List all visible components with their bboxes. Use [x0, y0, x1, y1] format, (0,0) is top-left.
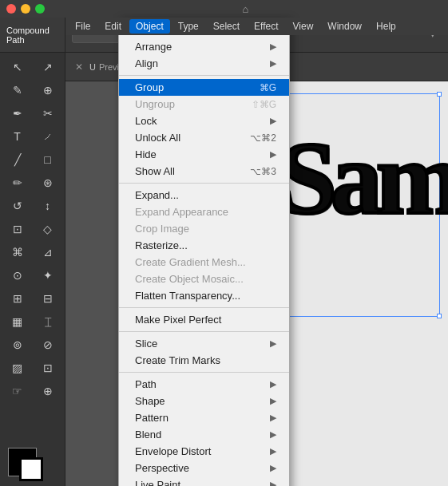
- menu-item-unlock-all[interactable]: Unlock All ⌥⌘2: [119, 129, 289, 146]
- menu-file[interactable]: File: [69, 19, 97, 34]
- submenu-arrow-envelope-distort: ▶: [270, 446, 276, 456]
- object-dropdown-menu: Transform ▶ Arrange ▶ Align ▶ Group ⌘G U…: [118, 18, 290, 486]
- separator-1: [119, 75, 289, 76]
- submenu-arrow-slice: ▶: [270, 338, 276, 349]
- menu-item-perspective[interactable]: Perspective ▶: [119, 460, 289, 476]
- app-menu-bar: File Edit Object Type Select Effect View…: [65, 18, 448, 35]
- menu-item-create-gradient-mesh: Create Gradient Mesh...: [119, 254, 289, 271]
- menu-item-crop-image: Crop Image: [119, 220, 289, 237]
- menu-item-create-object-mosaic: Create Object Mosaic...: [119, 271, 289, 287]
- submenu-arrow-align: ▶: [270, 58, 276, 69]
- menu-item-path[interactable]: Path ▶: [119, 376, 289, 393]
- menu-item-ungroup: Ungroup ⇧⌘G: [119, 96, 289, 113]
- menu-item-create-trim-marks[interactable]: Create Trim Marks: [119, 352, 289, 369]
- menu-item-lock[interactable]: Lock ▶: [119, 113, 289, 129]
- shortcut-unlock-all: ⌥⌘2: [250, 132, 276, 144]
- separator-3: [119, 307, 289, 308]
- menu-item-align[interactable]: Align ▶: [119, 55, 289, 72]
- menu-effect[interactable]: Effect: [248, 19, 284, 34]
- menu-type[interactable]: Type: [172, 19, 205, 34]
- menu-item-arrange[interactable]: Arrange ▶: [119, 38, 289, 55]
- submenu-arrow-live-paint: ▶: [270, 480, 276, 486]
- menu-item-hide[interactable]: Hide ▶: [119, 146, 289, 163]
- shortcut-show-all: ⌥⌘3: [250, 166, 276, 177]
- menu-view[interactable]: View: [287, 19, 320, 34]
- menu-select[interactable]: Select: [207, 19, 246, 34]
- menu-object[interactable]: Object: [129, 19, 170, 34]
- menu-item-shape[interactable]: Shape ▶: [119, 393, 289, 409]
- menu-item-show-all[interactable]: Show All ⌥⌘3: [119, 163, 289, 180]
- menu-item-expand-appearance: Expand Appearance: [119, 203, 289, 220]
- menu-window[interactable]: Window: [321, 19, 368, 34]
- menu-overlay: File Edit Object Type Select Effect View…: [0, 0, 448, 486]
- menu-item-slice[interactable]: Slice ▶: [119, 335, 289, 352]
- shortcut-ungroup: ⇧⌘G: [252, 99, 276, 110]
- menu-item-group[interactable]: Group ⌘G: [119, 79, 289, 96]
- menu-item-pattern[interactable]: Pattern ▶: [119, 409, 289, 426]
- menu-edit[interactable]: Edit: [98, 19, 128, 34]
- menu-item-expand[interactable]: Expand...: [119, 187, 289, 203]
- submenu-arrow-pattern: ▶: [270, 413, 276, 423]
- submenu-arrow-lock: ▶: [270, 116, 276, 126]
- menu-help[interactable]: Help: [370, 19, 402, 34]
- menu-item-live-paint[interactable]: Live Paint ▶: [119, 476, 289, 486]
- menu-item-make-pixel-perfect[interactable]: Make Pixel Perfect: [119, 311, 289, 328]
- menu-item-blend[interactable]: Blend ▶: [119, 426, 289, 443]
- separator-5: [119, 372, 289, 373]
- submenu-arrow-shape: ▶: [270, 396, 276, 406]
- separator-2: [119, 183, 289, 184]
- menu-item-envelope-distort[interactable]: Envelope Distort ▶: [119, 443, 289, 460]
- submenu-arrow-path: ▶: [270, 379, 276, 389]
- menu-item-rasterize[interactable]: Rasterize...: [119, 237, 289, 254]
- separator-4: [119, 331, 289, 332]
- submenu-arrow-arrange: ▶: [270, 41, 276, 52]
- submenu-arrow-perspective: ▶: [270, 463, 276, 473]
- shortcut-group: ⌘G: [260, 82, 276, 93]
- submenu-arrow-blend: ▶: [270, 429, 276, 440]
- menu-item-flatten-transparency[interactable]: Flatten Transparency...: [119, 287, 289, 304]
- submenu-arrow-hide: ▶: [270, 149, 276, 160]
